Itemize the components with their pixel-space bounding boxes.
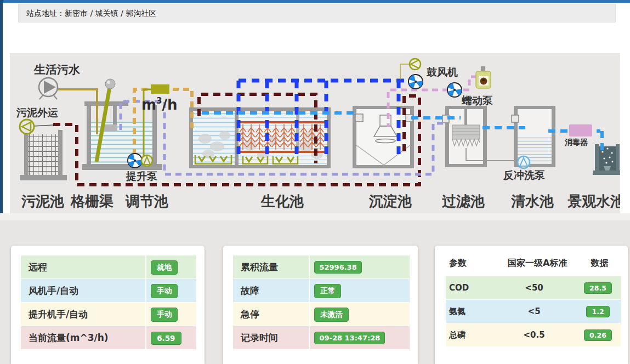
tank-labels: 污泥池 格栅渠 调节池 生化池 沉淀池 过滤池 清水池 景观水池 xyxy=(21,193,620,209)
quality-header-row: 参数 国家一级A标准 数据 xyxy=(435,246,628,274)
control-row-lift-mode: 提升机手/自动 手动 xyxy=(21,303,196,326)
value-badge[interactable]: 0.26 xyxy=(584,329,612,341)
row-label: 累积流量 xyxy=(233,255,309,278)
control-row-fan-mode: 风机手/自动 手动 xyxy=(21,279,196,302)
bio-tank xyxy=(189,107,331,168)
peristaltic-pump-label: 蠕动泵 xyxy=(461,94,493,106)
param-standard: <5 xyxy=(493,306,575,316)
blower-valve-icon xyxy=(410,59,421,70)
tank-label-filter: 过滤池 xyxy=(442,193,485,209)
param-name: 总磷 xyxy=(446,330,493,340)
status-row-estop: 急停 未激活 xyxy=(233,303,410,326)
status-badge[interactable]: 未激活 xyxy=(314,308,349,322)
blower-fan-icon xyxy=(408,75,424,89)
site-address-bar: 站点地址：新密市 / 城关镇 / 郭沟社区 xyxy=(18,4,616,22)
control-row-remote: 远程 就地 xyxy=(21,255,196,278)
quality-row-cod: COD <50 28.5 xyxy=(446,276,621,299)
disinfector-label: 消毒器 xyxy=(564,138,588,146)
clear-water-tank xyxy=(512,106,555,168)
param-standard: <0.5 xyxy=(493,330,575,340)
timestamp-badge[interactable]: 09-28 13:47:28 xyxy=(314,332,385,344)
backwash-pump-icon xyxy=(518,156,530,168)
quality-header-param: 参数 xyxy=(446,258,496,269)
blower-label: 鼓风机 xyxy=(426,66,458,78)
tank-label-sludge: 污泥池 xyxy=(21,193,64,209)
tank-label-regulating: 调节池 xyxy=(125,193,168,209)
flow-unit-label: m3/h xyxy=(141,96,178,113)
row-label: 当前流量(m^3/h) xyxy=(21,326,145,349)
water-quality-panel: 参数 国家一级A标准 数据 COD <50 28.5 氨氮 <5 1.2 总磷 … xyxy=(435,246,628,364)
screen-ball xyxy=(105,79,115,89)
peristaltic-pump-icon xyxy=(476,66,491,88)
inflow-label: 生活污水 xyxy=(33,63,81,76)
tank-label-clearwater: 清水池 xyxy=(510,193,554,209)
section-divider xyxy=(0,213,630,220)
sludge-out-valve-icon xyxy=(20,120,34,134)
site-address-text: 站点地址：新密市 / 城关镇 / 郭沟社区 xyxy=(26,9,156,18)
row-label: 故障 xyxy=(233,279,309,302)
status-row-record-time: 记录时间 09-28 13:47:28 xyxy=(233,326,410,349)
row-label: 急停 xyxy=(233,303,309,326)
param-name: COD xyxy=(446,283,493,293)
status-panel: 累积流量 52996.38 故障 正常 急停 未激活 记录时间 09-28 13… xyxy=(223,246,418,364)
quality-header-data: 数据 xyxy=(578,258,621,269)
status-row-total-flow: 累积流量 52996.38 xyxy=(233,255,410,278)
status-badge[interactable]: 手动 xyxy=(151,308,178,322)
lift-pump-icon xyxy=(128,153,152,168)
control-panel: 远程 就地 风机手/自动 手动 提升机手/自动 手动 当前流量(m^3/h) 6… xyxy=(11,246,205,364)
landscape-pool xyxy=(593,144,620,175)
backwash-pump-label: 反冲洗泵 xyxy=(503,169,546,181)
tank-label-sedimentation: 沉淀池 xyxy=(368,193,412,209)
status-badge[interactable]: 正常 xyxy=(314,284,341,298)
tank-label-bio: 生化池 xyxy=(260,193,304,209)
quality-header-standard: 国家一级A标准 xyxy=(496,258,578,269)
row-label: 提升机手/自动 xyxy=(21,303,145,326)
process-flow-svg: 生活污水 污泥外运 m3/h 提升泵 鼓风机 蠕动泵 消毒器 反冲洗泵 污泥池 … xyxy=(10,53,620,213)
value-badge[interactable]: 28.5 xyxy=(584,282,612,294)
top-accent-bar xyxy=(0,0,630,3)
sludge-out-label: 污泥外运 xyxy=(16,106,58,118)
row-label: 风机手/自动 xyxy=(21,279,145,302)
status-row-fault: 故障 正常 xyxy=(233,279,410,302)
status-badge[interactable]: 手动 xyxy=(151,284,178,298)
status-badge[interactable]: 就地 xyxy=(151,260,178,275)
param-standard: <50 xyxy=(493,283,575,293)
tank-label-landscape: 景观水池 xyxy=(567,193,620,209)
filter-tank xyxy=(442,106,520,167)
value-badge[interactable]: 1.2 xyxy=(586,306,609,317)
disinfector xyxy=(569,124,592,136)
quality-row-nh3n: 氨氮 <5 1.2 xyxy=(446,300,621,323)
flow-meter xyxy=(151,84,169,94)
control-row-current-flow: 当前流量(m^3/h) 6.59 xyxy=(21,326,196,349)
quality-row-tp: 总磷 <0.5 0.26 xyxy=(446,323,621,346)
row-label: 远程 xyxy=(21,255,145,278)
inflow-pump-icon xyxy=(39,78,58,99)
value-badge[interactable]: 6.59 xyxy=(151,332,181,345)
value-badge[interactable]: 52996.38 xyxy=(314,261,361,274)
tank-label-grid: 格栅渠 xyxy=(70,193,113,209)
row-label: 记录时间 xyxy=(233,326,309,349)
process-flow-diagram: 生活污水 污泥外运 m3/h 提升泵 鼓风机 蠕动泵 消毒器 反冲洗泵 污泥池 … xyxy=(10,53,620,213)
lift-pump-label: 提升泵 xyxy=(126,170,158,182)
param-name: 氨氮 xyxy=(446,306,493,317)
sludge-tank xyxy=(20,130,67,180)
blower-fan2-icon xyxy=(447,83,463,97)
